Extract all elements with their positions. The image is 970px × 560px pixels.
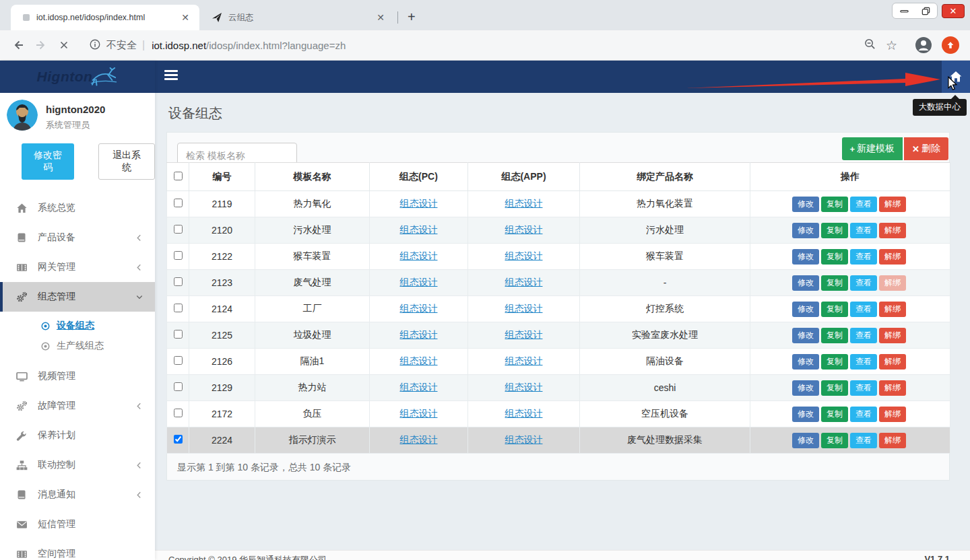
close-icon[interactable]: ✕: [942, 4, 965, 18]
sidebar-item[interactable]: 联动控制: [0, 450, 155, 480]
edit-button[interactable]: 修改: [792, 302, 819, 317]
pc-config-link[interactable]: 组态设计: [400, 224, 438, 235]
pc-config-link[interactable]: 组态设计: [400, 355, 438, 366]
copy-button[interactable]: 复制: [821, 407, 848, 422]
view-button[interactable]: 查看: [850, 354, 877, 370]
unbind-button[interactable]: 解绑: [879, 275, 906, 291]
tab-close-icon[interactable]: ✕: [373, 11, 388, 24]
new-template-button[interactable]: +新建模板: [842, 137, 903, 160]
edit-button[interactable]: 修改: [792, 249, 819, 265]
zoom-out-icon[interactable]: [864, 38, 876, 53]
unbind-button[interactable]: 解绑: [879, 223, 906, 238]
pc-config-link[interactable]: 组态设计: [400, 250, 438, 261]
unbind-button[interactable]: 解绑: [879, 354, 906, 370]
view-button[interactable]: 查看: [850, 380, 877, 396]
copy-button[interactable]: 复制: [821, 275, 848, 291]
info-icon[interactable]: [89, 38, 101, 53]
copy-button[interactable]: 复制: [821, 197, 848, 212]
row-checkbox[interactable]: [174, 356, 183, 365]
view-button[interactable]: 查看: [850, 249, 877, 265]
sidebar-item[interactable]: 短信管理: [0, 510, 155, 539]
sidebar-subitem[interactable]: 生产线组态: [0, 336, 155, 356]
new-tab-button[interactable]: +: [401, 9, 422, 25]
delete-button[interactable]: ✕删除: [904, 137, 948, 160]
pc-config-link[interactable]: 组态设计: [400, 382, 438, 392]
row-checkbox[interactable]: [174, 304, 183, 312]
forward-icon[interactable]: [30, 34, 53, 57]
row-checkbox[interactable]: [174, 409, 183, 417]
edit-button[interactable]: 修改: [792, 354, 819, 370]
sidebar-item[interactable]: 组态管理: [0, 282, 155, 312]
app-config-link[interactable]: 组态设计: [505, 355, 543, 366]
pc-config-link[interactable]: 组态设计: [400, 408, 438, 419]
app-config-link[interactable]: 组态设计: [505, 198, 543, 209]
sidebar-item[interactable]: 网关管理: [0, 252, 155, 282]
view-button[interactable]: 查看: [850, 433, 877, 448]
restore-icon[interactable]: [918, 5, 933, 17]
back-icon[interactable]: [7, 34, 30, 57]
bookmark-star-icon[interactable]: ☆: [886, 38, 897, 53]
app-config-link[interactable]: 组态设计: [505, 303, 543, 314]
profile-icon[interactable]: [915, 36, 932, 54]
pc-config-link[interactable]: 组态设计: [400, 198, 438, 209]
app-config-link[interactable]: 组态设计: [505, 277, 543, 287]
app-config-link[interactable]: 组态设计: [505, 224, 543, 235]
row-checkbox[interactable]: [174, 382, 183, 391]
copy-button[interactable]: 复制: [821, 223, 848, 238]
app-config-link[interactable]: 组态设计: [505, 434, 543, 445]
row-checkbox[interactable]: [174, 225, 183, 234]
sidebar-item[interactable]: 系统总览: [0, 193, 155, 223]
edit-button[interactable]: 修改: [792, 380, 819, 396]
copy-button[interactable]: 复制: [821, 302, 848, 317]
edit-button[interactable]: 修改: [792, 328, 819, 343]
view-button[interactable]: 查看: [850, 223, 877, 238]
edit-button[interactable]: 修改: [792, 197, 819, 212]
pc-config-link[interactable]: 组态设计: [400, 277, 438, 287]
logout-button[interactable]: 退出系统: [98, 143, 155, 180]
row-checkbox[interactable]: [174, 330, 183, 339]
view-button[interactable]: 查看: [850, 302, 877, 317]
unbind-button[interactable]: 解绑: [879, 407, 906, 422]
copy-button[interactable]: 复制: [821, 249, 848, 265]
view-button[interactable]: 查看: [850, 328, 877, 343]
hamburger-menu-icon[interactable]: [164, 70, 178, 82]
edit-button[interactable]: 修改: [792, 223, 819, 238]
unbind-button[interactable]: 解绑: [879, 249, 906, 265]
copy-button[interactable]: 复制: [821, 328, 848, 343]
app-config-link[interactable]: 组态设计: [505, 408, 543, 419]
browser-tab-cloud[interactable]: 云组态 ✕: [199, 5, 395, 30]
edit-button[interactable]: 修改: [792, 275, 819, 291]
sidebar-item[interactable]: 保养计划: [0, 421, 155, 450]
change-password-button[interactable]: 修改密码: [22, 143, 74, 180]
edit-button[interactable]: 修改: [792, 407, 819, 422]
select-all-checkbox[interactable]: [174, 172, 183, 180]
sidebar-item[interactable]: 产品设备: [0, 223, 155, 252]
view-button[interactable]: 查看: [850, 275, 877, 291]
edit-button[interactable]: 修改: [792, 433, 819, 448]
copy-button[interactable]: 复制: [821, 354, 848, 370]
row-checkbox[interactable]: [174, 435, 183, 444]
sidebar-item[interactable]: 消息通知: [0, 480, 155, 510]
row-checkbox[interactable]: [174, 251, 183, 260]
row-checkbox[interactable]: [174, 199, 183, 207]
copy-button[interactable]: 复制: [821, 433, 848, 448]
view-button[interactable]: 查看: [850, 197, 877, 212]
browser-tab-active[interactable]: iot.idosp.net/idosp/index.html ✕: [11, 5, 199, 30]
row-checkbox[interactable]: [174, 277, 183, 286]
app-config-link[interactable]: 组态设计: [505, 329, 543, 340]
address-bar[interactable]: 不安全 | iot.idosp.net/idosp/index.html?lan…: [81, 34, 905, 57]
pc-config-link[interactable]: 组态设计: [400, 329, 438, 340]
copy-button[interactable]: 复制: [821, 380, 848, 396]
sidebar-item[interactable]: 视频管理: [0, 361, 155, 391]
unbind-button[interactable]: 解绑: [879, 302, 906, 317]
app-config-link[interactable]: 组态设计: [505, 382, 543, 392]
unbind-button[interactable]: 解绑: [879, 197, 906, 212]
sidebar-item[interactable]: 故障管理: [0, 391, 155, 421]
unbind-button[interactable]: 解绑: [879, 328, 906, 343]
view-button[interactable]: 查看: [850, 407, 877, 422]
minimize-icon[interactable]: [897, 5, 911, 17]
browser-update-icon[interactable]: [942, 36, 959, 54]
tab-close-icon[interactable]: ✕: [178, 11, 193, 24]
stop-loading-icon[interactable]: [53, 34, 75, 57]
app-config-link[interactable]: 组态设计: [505, 250, 543, 261]
